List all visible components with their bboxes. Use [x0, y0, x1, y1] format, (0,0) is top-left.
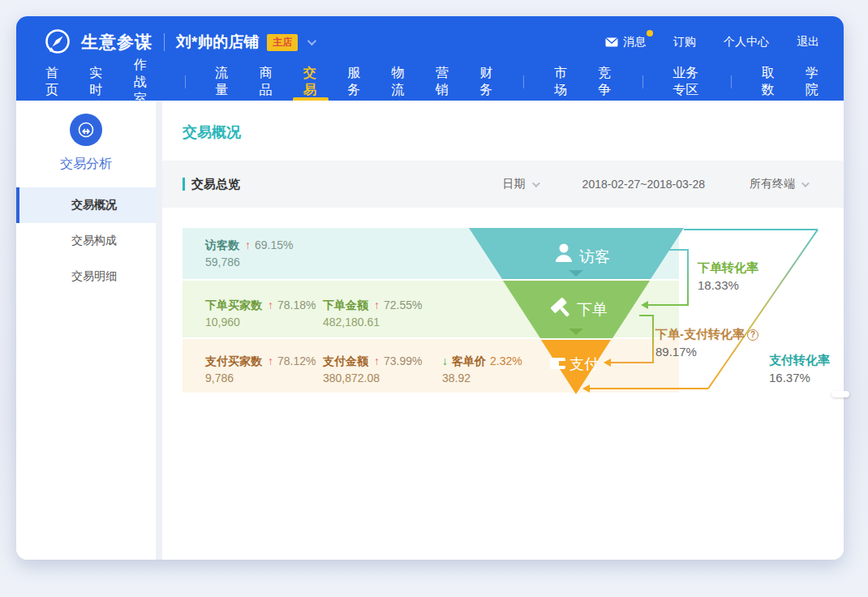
- transaction-analysis-icon: [70, 114, 102, 146]
- date-mode-label: 日期: [503, 177, 526, 191]
- nav-war-room[interactable]: 作战室: [134, 63, 155, 101]
- panel-gap: [156, 101, 162, 560]
- shop-switch-chevron-icon[interactable]: [307, 37, 316, 45]
- link-logout[interactable]: 退出: [797, 35, 819, 49]
- link-subscribe[interactable]: 订购: [673, 35, 696, 49]
- funnel-chart: 访客 下单 支付 访客数↑69.15% 59,786: [162, 208, 844, 560]
- conversion-payment-rate: 支付转化率 16.37%: [769, 351, 830, 387]
- title-accent-bar: [183, 178, 185, 191]
- terminal-dropdown[interactable]: 所有终端: [750, 177, 807, 191]
- nav-transactions[interactable]: 交易: [303, 63, 317, 101]
- sidebar-item-transaction-overview[interactable]: 交易概况: [16, 187, 156, 223]
- header-divider: [164, 33, 165, 51]
- messages-label: 消息: [623, 35, 646, 49]
- metric-avg-order-value: ↓客单价2.32% 38.92: [442, 353, 522, 387]
- app-body: 交易分析 交易概况 交易构成 交易明细 交易概况 交易总览 日期: [16, 101, 844, 560]
- nav-realtime[interactable]: 实时: [89, 63, 103, 101]
- top-header: 生意参谋 刘*帅的店铺 主店 消息 订购 个人中心 退出 首页: [16, 16, 844, 101]
- nav-separator: [185, 75, 186, 88]
- shop-name: 刘*帅的店铺: [176, 32, 259, 53]
- nav-separator: [523, 75, 524, 88]
- sidebar: 交易分析 交易概况 交易构成 交易明细: [16, 101, 156, 560]
- nav-products[interactable]: 商品: [260, 63, 273, 101]
- main-store-badge: 主店: [267, 34, 298, 51]
- date-mode-dropdown[interactable]: 日期: [503, 177, 538, 191]
- payment-wallet-icon: [550, 358, 565, 369]
- chevron-down-icon: [532, 179, 540, 187]
- messages-link[interactable]: 消息: [605, 35, 646, 49]
- sidebar-item-transaction-composition[interactable]: 交易构成: [16, 223, 156, 259]
- metric-payment-buyers: 支付买家数↑78.12% 9,786: [205, 353, 316, 387]
- link-personal-center[interactable]: 个人中心: [724, 35, 769, 49]
- metric-visitor-count: 访客数↑69.15% 59,786: [205, 237, 293, 271]
- desktop-background: { "header": { "brand": "生意参谋", "shop_nam…: [0, 0, 868, 597]
- terminal-value: 所有终端: [750, 177, 795, 191]
- nav-data-fetch[interactable]: 取数: [761, 63, 775, 101]
- stage-label-visitors: 访客: [579, 248, 610, 265]
- brand-name: 生意参谋: [81, 31, 153, 54]
- sidebar-header: 交易分析: [16, 101, 156, 187]
- sidebar-item-transaction-details[interactable]: 交易明细: [16, 259, 156, 294]
- nav-traffic[interactable]: 流量: [215, 63, 229, 101]
- nav-separator: [642, 75, 643, 88]
- notification-dot: [647, 30, 653, 37]
- conversion-order-to-pay-rate: 下单-支付转化率? 89.17%: [655, 325, 758, 361]
- conversion-order-rate: 下单转化率 18.33%: [698, 259, 758, 294]
- nav-finance[interactable]: 财务: [479, 63, 493, 101]
- stage-label-orders: 下单: [577, 301, 608, 318]
- date-range-value: 2018-02-27~2018-03-28: [582, 178, 705, 191]
- edge-handle[interactable]: [831, 391, 849, 397]
- sidebar-section-title: 交易分析: [16, 156, 156, 173]
- nav-home[interactable]: 首页: [45, 63, 59, 101]
- page-title: 交易概况: [162, 101, 844, 161]
- nav-competition[interactable]: 竞争: [598, 63, 612, 101]
- nav-market[interactable]: 市场: [554, 63, 568, 101]
- metric-order-buyers: 下单买家数↑78.18% 10,960: [205, 297, 316, 331]
- stage-label-payments: 支付: [569, 356, 599, 372]
- panel-title-text: 交易总览: [191, 177, 240, 192]
- sycm-compass-logo-icon: [42, 27, 73, 58]
- filter-bar: 交易总览 日期 2018-02-27~2018-03-28 所有终端: [162, 161, 844, 208]
- metric-order-amount: 下单金额↑72.55% 482,180.61: [323, 297, 422, 331]
- main-panel: 交易概况 交易总览 日期 2018-02-27~2018-03-28 所有终端: [162, 101, 844, 560]
- nav-marketing[interactable]: 营销: [436, 63, 449, 101]
- chevron-down-icon: [801, 179, 810, 187]
- envelope-icon: [605, 37, 618, 47]
- help-icon[interactable]: ?: [747, 329, 758, 341]
- panel-title: 交易总览: [183, 177, 240, 192]
- metric-payment-amount: 支付金额↑73.99% 380,872.08: [323, 353, 422, 387]
- primary-nav: 首页 实时 作战室 流量 商品 交易 服务 物流 营销 财务 市场 竞争 业务专…: [16, 63, 844, 101]
- nav-logistics[interactable]: 物流: [392, 63, 406, 101]
- nav-business-zone[interactable]: 业务专区: [672, 63, 701, 101]
- nav-services[interactable]: 服务: [347, 63, 361, 101]
- filters: 日期 2018-02-27~2018-03-28 所有终端: [503, 177, 807, 191]
- header-utility-links: 消息 订购 个人中心 退出: [605, 35, 819, 49]
- app-window: 生意参谋 刘*帅的店铺 主店 消息 订购 个人中心 退出 首页: [16, 16, 844, 560]
- nav-academy[interactable]: 学院: [806, 63, 819, 101]
- date-range-picker[interactable]: 2018-02-27~2018-03-28: [582, 178, 705, 191]
- nav-separator: [731, 75, 732, 88]
